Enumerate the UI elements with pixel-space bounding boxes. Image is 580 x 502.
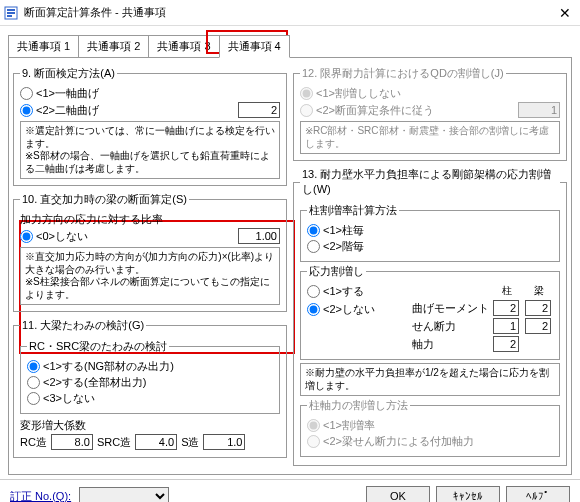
section-12-legend: 12. 限界耐力計算におけるQDの割増し(J) (300, 66, 506, 81)
close-icon[interactable]: ✕ (554, 5, 576, 21)
s11-rc-label: RC造 (20, 435, 47, 450)
tab-4[interactable]: 共通事項 4 (219, 35, 290, 58)
g-qb[interactable] (525, 318, 551, 334)
s9-note: ※選定計算については、常に一軸曲げによる検定を行います。 ※S部材の場合、一軸曲… (20, 121, 280, 179)
s11-s-val[interactable] (203, 434, 245, 450)
g-qc[interactable] (493, 318, 519, 334)
section-11: 11. 大梁たわみの検討(G) RC・SRC梁のたわみの検討 <1>する(NG部… (13, 318, 287, 458)
s9-r1[interactable]: <1>一軸曲げ (20, 86, 99, 101)
section-10: 10. 直交加力時の梁の断面算定(S) 加力方向の応力に対する比率 <0>しない… (13, 192, 287, 312)
s13-m1-r2[interactable]: <2>階毎 (307, 239, 364, 254)
svg-rect-1 (7, 9, 15, 11)
s11-def-label: 変形増大係数 (20, 418, 86, 433)
s13-m3: 柱軸力の割増し方法 <1>割増率 <2>梁せん断力による付加軸力 (300, 398, 560, 457)
s12-r1: <1>割増ししない (300, 86, 401, 101)
app-icon (4, 6, 18, 20)
s13-note: ※耐力壁の水平力負担率が1/2を超えた場合に応力を割増します。 (300, 363, 560, 396)
section-9-legend: 9. 断面検定方法(A) (20, 66, 117, 81)
tab-2[interactable]: 共通事項 2 (78, 35, 149, 58)
s10-label: 加力方向の応力に対する比率 (20, 212, 163, 227)
revision-label: 訂正 No.(Q): (10, 489, 71, 503)
s9-r2[interactable]: <2>二軸曲げ (20, 103, 99, 118)
cancel-button[interactable]: ｷｬﾝｾﾙ (436, 486, 500, 502)
revision-select[interactable] (79, 487, 169, 502)
section-11-legend: 11. 大梁たわみの検討(G) (20, 318, 146, 333)
g-mc[interactable] (493, 300, 519, 316)
tab-1[interactable]: 共通事項 1 (8, 35, 79, 58)
s12-r2: <2>断面算定条件に従う (300, 103, 434, 118)
s10-r0[interactable]: <0>しない (20, 229, 88, 244)
tab-strip: 共通事項 1 共通事項 2 共通事項 3 共通事項 4 (8, 34, 572, 57)
grid-l2: せん断力 (412, 319, 489, 334)
s11-r1[interactable]: <1>する(NG部材のみ出力) (27, 359, 174, 374)
s10-note: ※直交加力応力時の方向が(加力方向の応力)×(比率)より大きな場合のみ行います。… (20, 247, 280, 305)
section-9: 9. 断面検定方法(A) <1>一軸曲げ <2>二軸曲げ ※選定計算については、… (13, 66, 287, 186)
svg-rect-2 (7, 12, 15, 14)
section-10-legend: 10. 直交加力時の梁の断面算定(S) (20, 192, 189, 207)
g-nc[interactable] (493, 336, 519, 352)
s13-m2-legend: 応力割増し (307, 264, 366, 279)
section-13: 13. 耐力壁水平力負担率による剛節架構の応力割増し(W) 柱割増率計算方法 <… (293, 167, 567, 466)
s11-r2[interactable]: <2>する(全部材出力) (27, 375, 146, 390)
s9-val[interactable] (238, 102, 280, 118)
s12-val (518, 102, 560, 118)
s13-m1: 柱割増率計算方法 <1>柱毎 <2>階毎 (300, 203, 560, 262)
grid-l1: 曲げモーメント (412, 301, 489, 316)
s13-m3-r2: <2>梁せん断力による付加軸力 (307, 434, 474, 449)
button-row: 訂正 No.(Q): OK ｷｬﾝｾﾙ ﾍﾙﾌﾟ (0, 479, 580, 502)
s13-m2-r1[interactable]: <1>する (307, 284, 375, 299)
s11-sub: RC・SRC梁のたわみの検討 <1>する(NG部材のみ出力) <2>する(全部材… (20, 339, 280, 414)
s13-m1-r1[interactable]: <1>柱毎 (307, 223, 364, 238)
help-button[interactable]: ﾍﾙﾌﾟ (506, 486, 570, 502)
grid-h-beam: 梁 (525, 284, 553, 298)
s11-sub-legend: RC・SRC梁のたわみの検討 (27, 339, 169, 354)
s11-s-label: S造 (181, 435, 199, 450)
s10-val[interactable] (238, 228, 280, 244)
s11-r3[interactable]: <3>しない (27, 391, 95, 406)
s13-m2-r2[interactable]: <2>しない (307, 302, 375, 317)
window-title: 断面算定計算条件 - 共通事項 (24, 5, 554, 20)
title-bar: 断面算定計算条件 - 共通事項 ✕ (0, 0, 580, 26)
s11-rc-val[interactable] (51, 434, 93, 450)
section-12: 12. 限界耐力計算におけるQDの割増し(J) <1>割増ししない <2>断面算… (293, 66, 567, 161)
s13-m1-legend: 柱割増率計算方法 (307, 203, 399, 218)
svg-rect-3 (7, 15, 12, 17)
section-13-legend: 13. 耐力壁水平力負担率による剛節架構の応力割増し(W) (300, 167, 560, 197)
s13-m2: 応力割増し <1>する <2>しない 柱梁 曲げモーメント せん断力 軸力 (300, 264, 560, 360)
ok-button[interactable]: OK (366, 486, 430, 502)
s13-m3-legend: 柱軸力の割増し方法 (307, 398, 410, 413)
s11-src-val[interactable] (135, 434, 177, 450)
g-mb[interactable] (525, 300, 551, 316)
s13-grid: 柱梁 曲げモーメント せん断力 軸力 (412, 284, 553, 352)
s13-m3-r1: <1>割増率 (307, 418, 375, 433)
s11-src-label: SRC造 (97, 435, 131, 450)
grid-h-col: 柱 (493, 284, 521, 298)
grid-l3: 軸力 (412, 337, 489, 352)
tab-3[interactable]: 共通事項 3 (148, 35, 219, 58)
s12-note: ※RC部材・SRC部材・耐震壁・接合部の割増しに考慮します。 (300, 121, 560, 154)
